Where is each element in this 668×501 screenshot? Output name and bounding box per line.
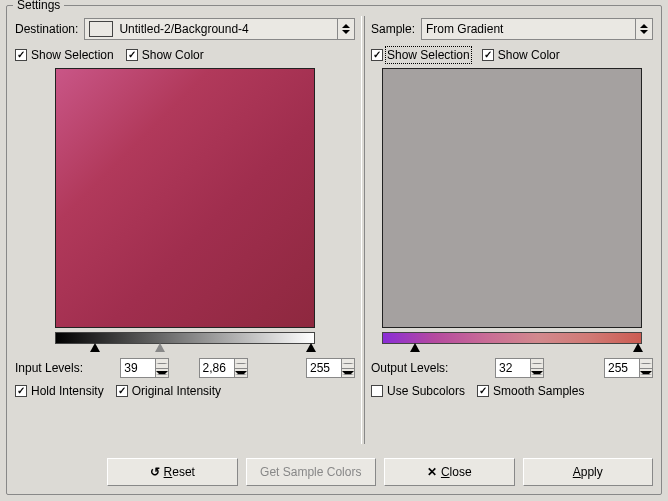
- input-level-mid-field[interactable]: [200, 359, 234, 377]
- input-level-mid-spinner[interactable]: [199, 358, 248, 378]
- sample-show-selection-checkbox[interactable]: Show Selection: [371, 48, 470, 62]
- sample-select[interactable]: From Gradient: [421, 18, 653, 40]
- input-levels-label: Input Levels:: [15, 361, 83, 375]
- settings-frame: Settings Destination: Untitled-2/Backgro…: [6, 5, 662, 495]
- chevron-up-icon: [156, 363, 168, 364]
- smooth-samples-checkbox[interactable]: Smooth Samples: [477, 384, 584, 398]
- sample-gradient-bar[interactable]: [382, 332, 642, 344]
- reset-icon: ↺: [150, 465, 160, 479]
- tick-high[interactable]: [306, 343, 316, 352]
- destination-ticks[interactable]: [55, 344, 315, 356]
- panel-separator: [361, 16, 365, 444]
- button-row: ↺ Reset Get Sample Colors ✕ Close Apply: [15, 452, 653, 486]
- destination-selected-text: Untitled-2/Background-4: [119, 22, 248, 36]
- chevron-up-icon: [640, 363, 652, 364]
- tick-high[interactable]: [633, 343, 643, 352]
- tick-low[interactable]: [410, 343, 420, 352]
- chevron-up-icon: [235, 363, 247, 364]
- sample-label: Sample:: [371, 22, 415, 36]
- output-level-low-field[interactable]: [496, 359, 530, 377]
- chevron-up-icon: [342, 363, 354, 364]
- original-intensity-checkbox[interactable]: Original Intensity: [116, 384, 221, 398]
- destination-label: Destination:: [15, 22, 78, 36]
- chevron-down-icon: [640, 30, 648, 34]
- sample-dropdown-button[interactable]: [636, 19, 652, 39]
- destination-dropdown-button[interactable]: [338, 19, 354, 39]
- input-level-high-field[interactable]: [307, 359, 341, 377]
- use-subcolors-checkbox[interactable]: Use Subcolors: [371, 384, 465, 398]
- tick-low[interactable]: [90, 343, 100, 352]
- sample-selected-text: From Gradient: [426, 22, 503, 36]
- destination-panel: Destination: Untitled-2/Background-4 Sho…: [15, 16, 355, 444]
- dest-show-color-checkbox[interactable]: Show Color: [126, 48, 204, 62]
- sample-ticks[interactable]: [382, 344, 642, 356]
- input-level-high-spinner[interactable]: [306, 358, 355, 378]
- chevron-down-icon: [531, 371, 543, 375]
- apply-button[interactable]: Apply: [523, 458, 654, 486]
- frame-title: Settings: [13, 0, 64, 12]
- chevron-down-icon: [640, 371, 652, 375]
- chevron-down-icon: [342, 371, 354, 375]
- input-level-low-spinner[interactable]: [120, 358, 169, 378]
- destination-preview: [55, 68, 315, 328]
- sample-preview: [382, 68, 642, 328]
- destination-thumb: [89, 21, 113, 37]
- destination-select[interactable]: Untitled-2/Background-4: [84, 18, 355, 40]
- get-sample-colors-button: Get Sample Colors: [246, 458, 377, 486]
- close-button[interactable]: ✕ Close: [384, 458, 515, 486]
- chevron-down-icon: [342, 30, 350, 34]
- sample-panel: Sample: From Gradient Show Selection S: [371, 16, 653, 444]
- output-level-high-field[interactable]: [605, 359, 639, 377]
- output-levels-label: Output Levels:: [371, 361, 448, 375]
- input-level-low-field[interactable]: [121, 359, 155, 377]
- dest-show-selection-checkbox[interactable]: Show Selection: [15, 48, 114, 62]
- close-icon: ✕: [427, 465, 437, 479]
- reset-button[interactable]: ↺ Reset: [107, 458, 238, 486]
- output-level-low-spinner[interactable]: [495, 358, 544, 378]
- panels: Destination: Untitled-2/Background-4 Sho…: [15, 16, 653, 444]
- sample-show-color-checkbox[interactable]: Show Color: [482, 48, 560, 62]
- chevron-up-icon: [640, 24, 648, 28]
- chevron-up-icon: [342, 24, 350, 28]
- chevron-down-icon: [235, 371, 247, 375]
- tick-mid[interactable]: [155, 343, 165, 352]
- chevron-up-icon: [531, 363, 543, 364]
- chevron-down-icon: [156, 371, 168, 375]
- output-level-high-spinner[interactable]: [604, 358, 653, 378]
- hold-intensity-checkbox[interactable]: Hold Intensity: [15, 384, 104, 398]
